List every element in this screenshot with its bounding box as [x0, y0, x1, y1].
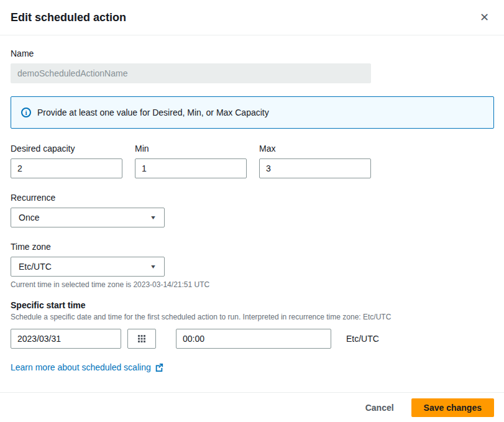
modal-header: Edit scheduled action ✕ [0, 0, 504, 35]
name-input [11, 63, 371, 83]
edit-scheduled-action-modal: Edit scheduled action ✕ Name i Provide a… [0, 0, 504, 422]
external-link-icon [155, 363, 163, 372]
recurrence-group: Recurrence Once ▼ [11, 193, 493, 227]
min-capacity-label: Min [135, 144, 247, 154]
modal-footer: Cancel Save changes [0, 392, 504, 422]
desired-capacity-label: Desired capacity [11, 144, 122, 154]
recurrence-selected-value: Once [19, 213, 39, 222]
chevron-down-icon: ▼ [150, 264, 157, 270]
timezone-group: Time zone Etc/UTC ▼ Current time in sele… [11, 242, 493, 289]
start-time-row: Etc/UTC [11, 329, 493, 349]
recurrence-label: Recurrence [11, 193, 493, 203]
max-capacity-group: Max [259, 144, 371, 178]
desired-capacity-input[interactable] [11, 158, 122, 178]
timezone-label: Time zone [11, 242, 493, 252]
recurrence-select[interactable]: Once ▼ [11, 208, 165, 227]
timezone-selected-value: Etc/UTC [19, 262, 52, 272]
start-time-group: Specific start time Schedule a specific … [11, 300, 493, 349]
info-alert-text: Provide at least one value for Desired, … [37, 108, 269, 117]
modal-body: Name i Provide at least one value for De… [0, 35, 504, 392]
info-alert: i Provide at least one value for Desired… [11, 96, 494, 129]
cancel-button[interactable]: Cancel [365, 399, 394, 416]
calendar-picker-button[interactable] [127, 329, 156, 349]
timezone-helper-text: Current time in selected time zone is 20… [11, 280, 493, 289]
name-label: Name [11, 48, 371, 58]
info-icon: i [21, 108, 31, 117]
start-date-input[interactable] [11, 329, 121, 349]
timezone-suffix-text: Etc/UTC [346, 334, 379, 344]
chevron-down-icon: ▼ [150, 214, 157, 221]
name-field-group: Name [11, 48, 371, 83]
start-time-input[interactable] [176, 329, 331, 349]
capacity-row: Desired capacity Min Max [11, 144, 493, 178]
modal-title: Edit scheduled action [11, 11, 126, 24]
calendar-icon [137, 334, 147, 344]
start-time-description: Schedule a specific date and time for th… [11, 313, 493, 321]
start-time-label: Specific start time [11, 300, 493, 310]
max-capacity-label: Max [259, 144, 371, 154]
max-capacity-input[interactable] [259, 158, 371, 178]
close-icon[interactable]: ✕ [477, 9, 492, 25]
desired-capacity-group: Desired capacity [11, 144, 122, 178]
learn-more-link[interactable]: Learn more about scheduled scaling [11, 362, 163, 372]
timezone-select[interactable]: Etc/UTC ▼ [11, 257, 165, 277]
min-capacity-group: Min [135, 144, 247, 178]
min-capacity-input[interactable] [135, 158, 247, 178]
learn-more-link-label: Learn more about scheduled scaling [11, 362, 151, 372]
save-changes-button[interactable]: Save changes [411, 398, 494, 417]
